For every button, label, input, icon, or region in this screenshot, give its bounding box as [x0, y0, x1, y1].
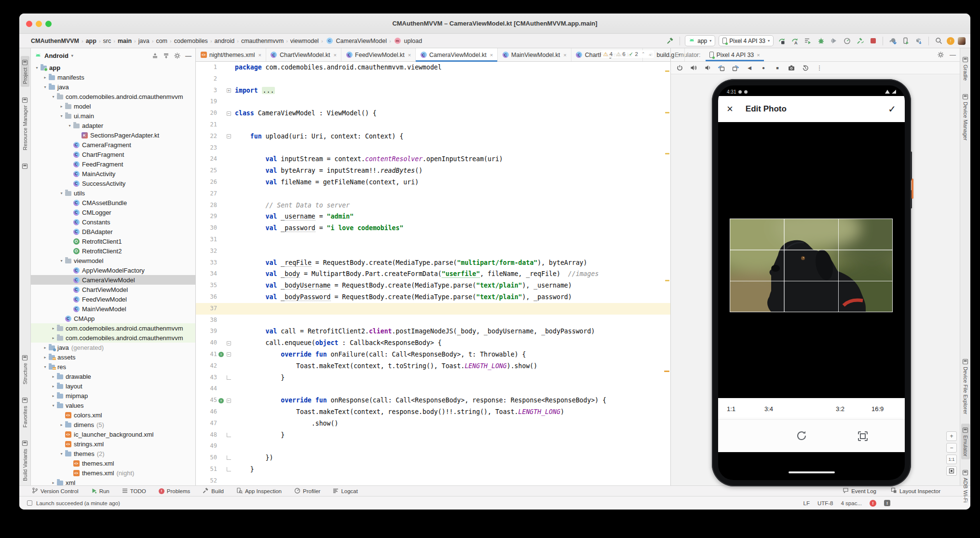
window-close-button[interactable] [26, 21, 32, 27]
tree-row[interactable]: ▸mipmap [31, 391, 195, 400]
tree-row[interactable]: KSectionsPagerAdapter.kt [31, 130, 195, 140]
window-zoom-button[interactable] [45, 21, 52, 27]
stripe-orange-mark[interactable] [664, 371, 669, 372]
screenshot-camera-icon[interactable] [788, 64, 795, 72]
gear-icon[interactable] [174, 53, 180, 59]
toolwindow-button-version-control[interactable]: Version Control [32, 487, 79, 495]
rotate-right-icon[interactable] [732, 64, 739, 72]
tab-feedviewmodel-kt[interactable]: CFeedViewModel.kt× [341, 48, 416, 61]
tree-chevron-icon[interactable]: ▸ [50, 374, 56, 379]
tree-chevron-icon[interactable]: ▸ [42, 75, 48, 80]
tree-row[interactable]: ▾app [31, 63, 195, 72]
tree-row[interactable]: CSuccessActivity [31, 179, 195, 188]
tree-row[interactable]: ▾viewmodel [31, 256, 195, 265]
stripe-warning-mark[interactable] [665, 70, 669, 72]
tree-row[interactable]: CFeedFragment [31, 159, 195, 169]
tree-row[interactable]: ▸manifests [31, 72, 195, 82]
breadcrumb-item[interactable]: src [102, 38, 112, 44]
tab-chartviewmodel-kt[interactable]: CChartViewModel.kt× [266, 48, 341, 61]
tab-cameraviewmodel-kt[interactable]: CCameraViewModel.kt× [416, 48, 498, 61]
tree-row[interactable]: ▸com.codemobiles.android.cmauthenmvvm [31, 333, 195, 343]
tree-chevron-icon[interactable]: ▸ [58, 423, 65, 427]
tree-row[interactable]: <>themes.xml [31, 458, 195, 468]
search-everywhere-icon[interactable] [934, 36, 943, 46]
stripe-warning-mark[interactable] [665, 153, 669, 154]
close-icon[interactable]: × [334, 52, 337, 58]
highlight-level-badge[interactable]: ! [870, 500, 876, 507]
sidebar-item-structure[interactable]: Structure [21, 351, 29, 387]
tree-row[interactable]: <>themes.xml(night) [31, 468, 195, 478]
tree-row[interactable]: CMainViewModel [31, 304, 195, 314]
tree-row[interactable]: CAppViewModelFactory [31, 265, 195, 275]
home-icon[interactable]: ● [760, 64, 767, 72]
breadcrumb-item[interactable]: CMAuthenMVVM [30, 38, 80, 44]
aspect-ratio-option-3-2[interactable]: 3:2 [836, 398, 844, 419]
prev-problem-icon[interactable]: ⌃ [641, 52, 645, 56]
tree-row[interactable]: ▾utils [31, 188, 195, 198]
rotate-icon[interactable] [795, 429, 808, 444]
sidebar-item-resource-manager[interactable]: Resource Manager [21, 94, 29, 153]
more-options-icon[interactable]: ⋮ [816, 64, 823, 72]
aspect-ratio-option-1-1[interactable]: 1:1 [727, 398, 735, 419]
tree-row[interactable]: ▾adapter [31, 121, 195, 130]
tree-row[interactable]: ▸dimens(5) [31, 420, 195, 429]
toolwindow-button-event-log[interactable]: Event Log [843, 487, 876, 495]
toolwindow-button-problems[interactable]: !Problems [159, 487, 191, 495]
tab-night-themes-xml[interactable]: <>night/themes.xml× [196, 48, 266, 61]
tree-row[interactable]: CCMLogger [31, 207, 195, 217]
fold-collapse-icon[interactable]: − [227, 352, 231, 357]
tree-chevron-icon[interactable]: ▸ [50, 336, 56, 340]
collapse-all-icon[interactable] [163, 53, 169, 59]
breadcrumb-item[interactable]: app [85, 38, 97, 44]
hide-panel-icon[interactable]: — [185, 52, 191, 59]
breadcrumb-item[interactable]: cmauthenmvvm [240, 38, 285, 44]
attach-debugger-button[interactable] [829, 36, 839, 46]
close-icon[interactable]: × [727, 104, 733, 114]
confirm-check-icon[interactable]: ✓ [888, 103, 896, 115]
breadcrumb-item[interactable]: CameraViewModel [335, 38, 388, 44]
tree-chevron-icon[interactable]: ▾ [42, 365, 48, 369]
tree-row[interactable]: CCameraViewModel [31, 275, 195, 285]
snapshots-icon[interactable] [802, 64, 809, 72]
run-configurations-icon[interactable] [803, 36, 813, 46]
tree-chevron-icon[interactable]: ▾ [50, 403, 56, 408]
sidebar-item-adb-wi-fi[interactable]: ADB Wi-Fi [961, 466, 970, 505]
toolwindow-button-logcat[interactable]: Logcat [333, 487, 358, 495]
sidebar-item-bookmarks[interactable] [21, 160, 29, 173]
ide-update-icon[interactable]: ↑ [947, 37, 954, 45]
emulator-device-tab[interactable]: Pixel 4 API 33 × [706, 48, 764, 61]
close-icon[interactable]: × [563, 52, 566, 58]
stripe-warning-mark[interactable] [665, 280, 669, 281]
tree-row[interactable]: ▾com.codemobiles.android.cmauthenmvvm [31, 92, 195, 101]
tree-row[interactable]: CChartViewModel [31, 285, 195, 294]
avatar[interactable] [958, 37, 966, 45]
volume-up-icon[interactable] [690, 64, 697, 72]
tree-row[interactable]: ORetrofitClient1 [31, 236, 195, 246]
tree-row[interactable]: CDBAdapter [31, 227, 195, 236]
tree-row[interactable]: ▸layout [31, 381, 195, 391]
tree-row[interactable]: CFeedViewModel [31, 294, 195, 304]
apply-changes-button[interactable] [777, 36, 787, 46]
crop-expand-icon[interactable] [857, 430, 869, 444]
fold-expand-icon[interactable]: + [227, 88, 231, 93]
override-method-icon[interactable]: ↑ [218, 352, 224, 357]
back-icon[interactable]: ◀ [746, 64, 753, 72]
tree-row[interactable]: CCMApp [31, 314, 195, 323]
fold-collapse-icon[interactable]: − [227, 399, 231, 403]
toolwindow-button-profiler[interactable]: Profiler [294, 487, 320, 495]
overview-icon[interactable]: ■ [774, 64, 781, 72]
toolwindow-button-run[interactable]: Run [91, 487, 109, 495]
tree-chevron-icon[interactable]: ▾ [58, 259, 65, 263]
tree-chevron-icon[interactable]: ▸ [42, 345, 48, 350]
gear-icon[interactable] [938, 52, 944, 58]
close-icon[interactable]: × [757, 52, 760, 58]
inspections-widget[interactable]: ⚠4 ⚠6 ✓2 ⌃ ⌄ [601, 50, 654, 58]
override-method-icon[interactable]: ↑ [218, 398, 224, 403]
sidebar-item-device-manager[interactable]: Device Manager [961, 90, 970, 143]
profile-button[interactable] [842, 36, 852, 46]
tree-chevron-icon[interactable]: ▾ [58, 191, 65, 195]
project-view-selector[interactable]: Android [44, 52, 68, 59]
tree-row[interactable]: ▾themes(2) [31, 449, 195, 458]
crop-grid-overlay[interactable] [730, 219, 893, 312]
run-widget-icon[interactable] [27, 500, 32, 506]
